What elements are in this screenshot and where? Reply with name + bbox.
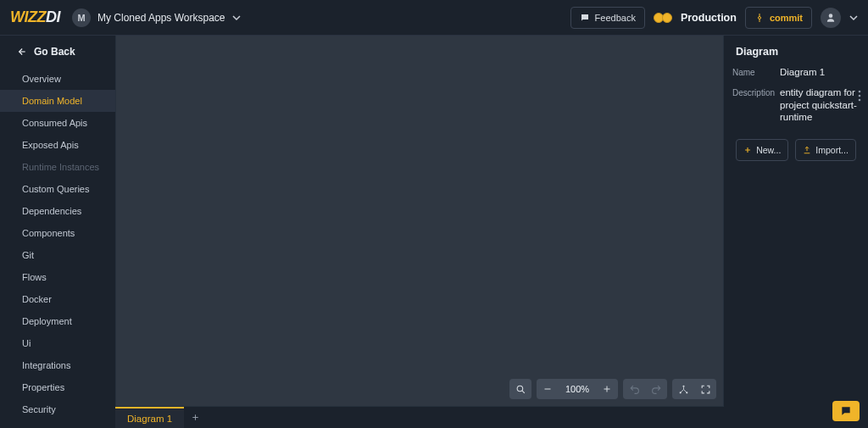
plus-icon <box>191 413 200 422</box>
sidebar-item-custom-queries[interactable]: Custom Queries <box>0 178 115 200</box>
hierarchy-icon <box>678 384 689 395</box>
profile-menu[interactable] <box>821 8 841 28</box>
sidebar-item-dependencies[interactable]: Dependencies <box>0 200 115 222</box>
top-right: Feedback Production commit <box>570 7 858 29</box>
search-button[interactable] <box>509 379 531 399</box>
logo: WIZZ DI <box>10 8 60 26</box>
svg-point-6 <box>859 95 861 97</box>
import-button[interactable]: Import... <box>795 139 856 161</box>
canvas-toolbar: 100% <box>509 379 716 399</box>
sidebar-item-security[interactable]: Security <box>0 398 115 420</box>
sidebar-item-components[interactable]: Components <box>0 222 115 244</box>
search-icon <box>515 384 526 395</box>
sidebar: Go Back OverviewDomain ModelConsumed Api… <box>0 36 115 428</box>
minus-icon <box>542 384 553 394</box>
svg-point-0 <box>758 16 760 19</box>
import-label: Import... <box>815 145 849 155</box>
sidebar-item-overview[interactable]: Overview <box>0 68 115 90</box>
tab-label: Diagram 1 <box>127 414 172 424</box>
sidebar-item-domain-model[interactable]: Domain Model <box>0 90 115 112</box>
new-button[interactable]: New... <box>736 139 788 161</box>
sidebar-item-flows[interactable]: Flows <box>0 266 115 288</box>
feedback-label: Feedback <box>595 13 636 23</box>
sidebar-item-runtime-instances: Runtime Instances <box>0 156 115 178</box>
workspace-avatar: M <box>72 8 91 27</box>
sidebar-item-git[interactable]: Git <box>0 244 115 266</box>
sidebar-item-properties[interactable]: Properties <box>0 376 115 398</box>
layout-button[interactable] <box>672 379 694 399</box>
redo-icon <box>651 384 662 395</box>
sidebar-item-consumed-apis[interactable]: Consumed Apis <box>0 112 115 134</box>
new-label: New... <box>756 145 781 155</box>
chevron-down-icon[interactable] <box>849 14 858 22</box>
zoom-in-button[interactable] <box>596 379 618 399</box>
coin-icon <box>662 13 672 23</box>
svg-point-5 <box>859 91 861 93</box>
upload-icon <box>803 146 811 154</box>
nav: OverviewDomain ModelConsumed ApisExposed… <box>0 68 115 420</box>
svg-point-1 <box>517 386 523 392</box>
description-label: Description <box>732 86 773 97</box>
tab-strip: Diagram 1 <box>115 406 724 428</box>
chat-icon <box>580 13 590 23</box>
expand-icon <box>700 384 711 395</box>
environment-label[interactable]: Production <box>681 12 737 24</box>
panel-title: Diagram <box>736 46 860 58</box>
sidebar-item-exposed-apis[interactable]: Exposed Apis <box>0 134 115 156</box>
vertical-dots-icon <box>858 90 861 102</box>
diagram-canvas[interactable]: 100% <box>115 36 724 406</box>
sidebar-item-docker[interactable]: Docker <box>0 288 115 310</box>
chat-icon <box>839 405 853 417</box>
add-tab-button[interactable] <box>184 407 206 428</box>
zoom-level[interactable]: 100% <box>559 384 596 394</box>
top-bar: WIZZ DI M My Cloned Apps Workspace Feedb… <box>0 0 868 36</box>
sidebar-item-integrations[interactable]: Integrations <box>0 354 115 376</box>
plus-icon <box>602 384 612 394</box>
right-panel: Diagram Name Diagram 1 Description entit… <box>724 36 868 428</box>
arrow-left-icon <box>15 46 27 58</box>
center-area: 100% <box>115 36 724 428</box>
go-back-label: Go Back <box>34 46 75 58</box>
user-icon <box>825 12 837 24</box>
feedback-button[interactable]: Feedback <box>570 7 645 29</box>
go-back-button[interactable]: Go Back <box>0 36 115 68</box>
svg-point-7 <box>859 99 861 102</box>
undo-icon <box>629 384 640 395</box>
credits-indicator[interactable] <box>654 13 672 23</box>
help-fab[interactable] <box>832 401 860 421</box>
sidebar-item-ui[interactable]: Ui <box>0 332 115 354</box>
tab-diagram-1[interactable]: Diagram 1 <box>115 407 184 428</box>
undo-button[interactable] <box>623 379 645 399</box>
workspace-switcher[interactable]: M My Cloned Apps Workspace <box>72 8 241 27</box>
main: Go Back OverviewDomain ModelConsumed Api… <box>0 36 868 428</box>
svg-point-2 <box>682 385 684 386</box>
plus-icon <box>743 146 752 154</box>
commit-icon <box>754 13 765 23</box>
logo-part1: WIZZ <box>10 8 46 26</box>
workspace-name: My Cloned Apps Workspace <box>97 12 225 24</box>
name-label: Name <box>732 66 773 77</box>
description-value[interactable]: entity diagram for project quickstart-ru… <box>780 86 860 123</box>
chevron-down-icon <box>232 14 241 22</box>
redo-button[interactable] <box>645 379 667 399</box>
sidebar-item-deployment[interactable]: Deployment <box>0 310 115 332</box>
logo-part2: DI <box>46 8 60 26</box>
zoom-out-button[interactable] <box>537 379 559 399</box>
fullscreen-button[interactable] <box>694 379 716 399</box>
commit-button[interactable]: commit <box>745 7 812 29</box>
more-menu-button[interactable] <box>858 90 861 105</box>
commit-label: commit <box>770 13 803 23</box>
name-value[interactable]: Diagram 1 <box>780 66 860 78</box>
